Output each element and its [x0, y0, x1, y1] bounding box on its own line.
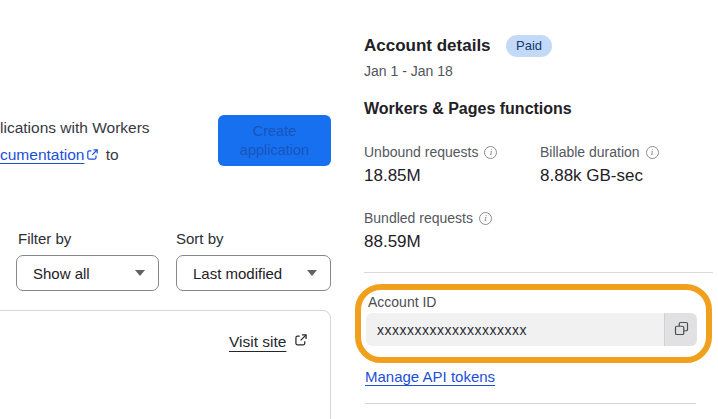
metric-bundled-requests-label: Bundled requests i — [364, 210, 492, 226]
metric-label-text: Billable duration — [540, 144, 640, 160]
metric-bundled-requests-value: 88.59M — [364, 232, 421, 252]
intro-line-1: lications with Workers — [0, 115, 150, 142]
intro-text: lications with Workers cumentation to — [0, 115, 150, 169]
divider — [365, 403, 696, 404]
manage-api-tokens-link[interactable]: Manage API tokens — [365, 368, 495, 385]
account-details-title: Account details — [364, 36, 491, 56]
sort-dropdown[interactable]: Last modified — [176, 255, 331, 291]
functions-section-title: Workers & Pages functions — [364, 100, 572, 118]
metric-billable-duration-value: 8.88k GB-sec — [540, 166, 643, 186]
copy-button[interactable] — [664, 313, 697, 346]
sort-dropdown-value: Last modified — [193, 265, 282, 282]
date-range: Jan 1 - Jan 18 — [364, 63, 453, 79]
intro-line-2: cumentation to — [0, 142, 150, 170]
info-icon[interactable]: i — [646, 146, 659, 159]
external-link-icon — [294, 333, 308, 351]
caret-down-icon — [135, 270, 145, 276]
metric-unbound-requests-value: 18.85M — [364, 166, 421, 186]
dashboard-screenshot: lications with Workers cumentation to Cr… — [0, 0, 718, 419]
caret-down-icon — [307, 270, 317, 276]
filter-by-label: Filter by — [18, 230, 71, 247]
account-id-label: Account ID — [368, 294, 436, 310]
copy-icon — [674, 321, 689, 339]
create-application-button[interactable]: Create application — [218, 115, 331, 166]
external-link-icon — [86, 143, 99, 170]
metric-unbound-requests-label: Unbound requests i — [364, 144, 497, 160]
account-id-input[interactable] — [366, 313, 664, 346]
filter-dropdown[interactable]: Show all — [16, 255, 159, 291]
metric-label-text: Bundled requests — [364, 210, 473, 226]
info-icon[interactable]: i — [479, 212, 492, 225]
metric-label-text: Unbound requests — [364, 144, 478, 160]
visit-site-link[interactable]: Visit site — [229, 333, 310, 351]
documentation-link[interactable]: cumentation — [0, 146, 84, 163]
filter-dropdown-value: Show all — [33, 265, 90, 282]
metric-billable-duration-label: Billable duration i — [540, 144, 659, 160]
paid-plan-badge: Paid — [506, 35, 552, 57]
sort-by-label: Sort by — [176, 230, 224, 247]
info-icon[interactable]: i — [484, 146, 497, 159]
account-id-field-group — [366, 313, 697, 346]
divider — [364, 272, 713, 273]
intro-suffix: to — [106, 146, 119, 163]
project-card — [0, 310, 331, 419]
visit-site-label: Visit site — [229, 333, 286, 351]
